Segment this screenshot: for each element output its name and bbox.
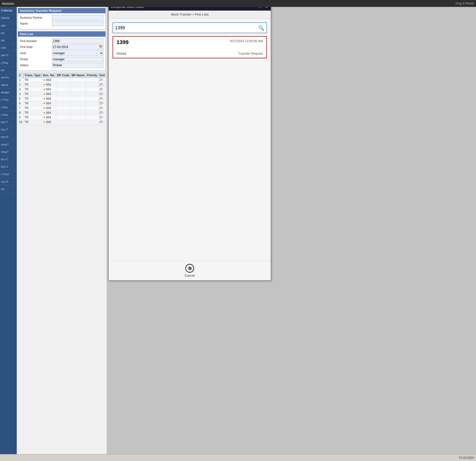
result-date: 3/27/2024 12:00:00 AM [230,39,263,43]
pick-date-row: Pick Date 27-03-2024 📅 [20,45,103,49]
name-input[interactable] [52,21,103,26]
cell-arrow: ➜ 864 [42,115,56,120]
user-select[interactable]: manager [52,50,103,56]
sidebar-item-nts[interactable]: nts [0,37,17,44]
cell-num: 5 [18,96,23,101]
cell-bp-code [56,82,70,87]
result-status: Picked [117,52,126,55]
cancel-icon: ⊗ [185,264,194,273]
cell-bp-code [56,96,70,101]
col-doc-no: Doc. No. [42,73,56,78]
wms-body: 🔍 1399 3/27/2024 12:00:00 AM Picked Tran… [109,18,271,261]
cell-priority [86,82,98,87]
cancel-button[interactable]: ⊗ Cancel [185,264,195,277]
table-row[interactable]: 9 TR ➜ 864 27- [18,115,106,120]
status-row: Status Picked [20,63,103,68]
bottom-bar: 27-03-2024 [0,454,476,461]
cell-arrow: ➜ 864 [42,78,56,82]
sidebar-item-definiti[interactable]: Definiti [0,15,17,22]
sidebar-item-s-issu[interactable]: s Issu [0,111,17,119]
picker-label: Picker [20,58,52,61]
sap-form-area: Inventory Transfer Request Business Part… [17,7,107,454]
col-priority: Priority [86,73,98,78]
col-bp-name: BP Name [70,73,85,78]
cell-bp-name [70,101,85,106]
sidebar-item-tory-r2[interactable]: tory R [0,178,17,186]
sidebar-item-s-rec[interactable]: s Rec [0,104,17,111]
sidebar-item-tory-r1[interactable]: tory R [0,133,17,141]
cell-arrow: ➜ 864 [42,96,56,101]
business-partner-input[interactable] [52,15,103,20]
wms-spacer [113,61,267,257]
sidebar-item-tes[interactable]: tes [0,30,17,37]
search-input[interactable] [115,25,258,31]
cell-trans-type: TR [23,111,42,115]
cell-trans-type: TR [23,96,42,101]
sidebar-item-tails[interactable]: tails [0,22,17,30]
table-row[interactable]: 10 TR ➜ 864 27- [18,120,106,125]
sidebar-item-ent-pri[interactable]: ent Pri [0,74,17,81]
sidebar-item-0-menus[interactable]: 0 Menus [0,7,17,15]
cell-ord: 27- [98,82,106,87]
cell-bp-code [56,111,70,115]
sidebar-item-anager[interactable]: anager [0,89,17,96]
table-row[interactable]: 7 TR ➜ 864 27- [18,106,106,111]
cell-bp-name [70,115,85,120]
cancel-label: Cancel [185,274,195,277]
result-bottom: Picked Transfer Request [117,52,263,55]
calendar-icon[interactable]: 📅 [99,45,102,49]
table-row[interactable]: 3 TR ➜ 864 27- [18,87,106,92]
pick-date-value[interactable]: 27-03-2024 📅 [52,45,103,49]
sidebar-item-tory-t2[interactable]: tory T [0,126,17,133]
col-num: # [18,73,23,78]
cell-bp-code [56,92,70,96]
sidebar-item-tory-t1[interactable]: tory T [0,119,17,126]
table-row[interactable]: 2 TR ➜ 864 27- [18,82,106,87]
cell-bp-name [70,87,85,92]
sidebar-item-tory-c2[interactable]: tory C [0,163,17,171]
wms-window: CompuTec WMS Client − □ ✕ Stock Transfer… [108,2,271,281]
cell-priority [86,101,98,106]
result-number: 1399 [117,39,129,46]
sidebar-item-ster-d[interactable]: ster D [0,52,17,59]
cell-num: 10 [18,120,23,125]
table-row[interactable]: 1 TR ➜ 864 27- [18,78,106,82]
search-icon[interactable]: 🔍 [258,25,264,31]
cell-ord: 27- [98,87,106,92]
status-label: Status [20,64,52,67]
sidebar-item-ations[interactable]: ations [0,81,17,89]
cell-num: 9 [18,115,23,120]
sidebar-item-unit[interactable]: Unit [0,44,17,52]
cell-priority [86,78,98,82]
sidebar-item-sts[interactable]: sts [0,186,17,193]
cell-arrow: ➜ 864 [42,92,56,96]
table-row[interactable]: 8 TR ➜ 864 27- [18,111,106,115]
status-value: Picked [52,63,103,68]
sidebar-item-y-tran[interactable]: y Tran [0,96,17,104]
col-trans-type: Trans. Type [23,73,42,78]
user-label: User [20,51,52,55]
result-card[interactable]: 1399 3/27/2024 12:00:00 AM Picked Transf… [113,36,267,58]
cell-priority [86,115,98,120]
cell-num: 8 [18,111,23,115]
table-row[interactable]: 4 TR ➜ 864 27- [18,92,106,96]
cell-num: 1 [18,78,23,82]
sidebar-item-les[interactable]: les [0,67,17,74]
table-row[interactable]: 5 TR ➜ 864 27- [18,96,106,101]
sidebar-item-e-cour[interactable]: e Cour [0,171,17,178]
cell-priority [86,92,98,96]
cell-num: 6 [18,101,23,106]
cell-arrow: ➜ 864 [42,87,56,92]
col-bp-code: BP Code [56,73,70,78]
cell-arrow: ➜ 864 [42,82,56,87]
cell-ord: 27- [98,78,106,82]
cell-trans-type: TR [23,87,42,92]
sidebar-item-tory-c1[interactable]: tory C [0,156,17,163]
pick-number-label: Pick Number [20,39,52,43]
sidebar-item-rring-t1[interactable]: rring T [0,141,17,148]
sidebar-item-rring-t2[interactable]: rring T [0,148,17,156]
cell-trans-type: TR [23,78,42,82]
table-row[interactable]: 6 TR ➜ 864 27- [18,101,106,106]
sidebar-item-y-reg[interactable]: y Reg [0,59,17,67]
wms-breadcrumb: Stock Transfer > Pick Lists [109,11,271,18]
